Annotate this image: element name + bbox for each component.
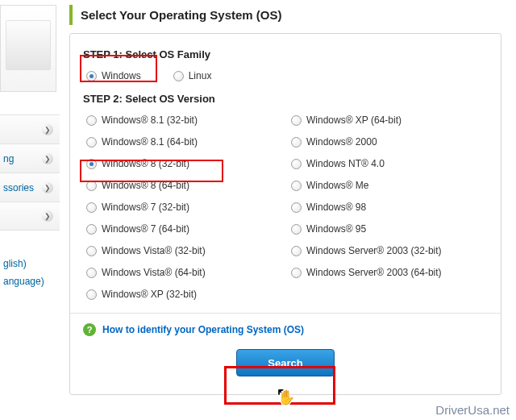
chevron-right-icon: ❯ xyxy=(42,182,53,193)
step2-title: STEP 2: Select OS Version xyxy=(83,93,488,105)
radio-label: Windows® 98 xyxy=(306,202,366,213)
radio-icon xyxy=(86,137,97,148)
radio-label: Windows Server® 2003 (64-bit) xyxy=(306,267,442,278)
chevron-right-icon: ❯ xyxy=(42,153,53,164)
radio-icon xyxy=(86,115,97,126)
sidebar-item-0[interactable]: ❯ xyxy=(0,114,60,143)
radio-icon xyxy=(291,224,302,235)
radio-label: Windows® 8.1 (64-bit) xyxy=(102,136,198,148)
radio-icon xyxy=(291,202,302,213)
radio-label: Windows® 95 xyxy=(306,223,366,235)
radio-os-version[interactable]: Windows® 7 (32-bit) xyxy=(86,202,283,213)
radio-os-version[interactable]: Windows NT® 4.0 xyxy=(291,158,488,169)
radio-os-version[interactable]: Windows® 95 xyxy=(291,223,488,235)
radio-os-version[interactable]: Windows® XP (64-bit) xyxy=(291,114,488,126)
search-button[interactable]: Search xyxy=(236,349,335,376)
radio-os-version[interactable]: Windows Vista® (32-bit) xyxy=(86,245,283,256)
radio-icon xyxy=(86,224,97,235)
radio-os-version[interactable]: Windows® Me xyxy=(291,180,488,191)
radio-os-version[interactable]: Windows® 8.1 (32-bit) xyxy=(86,114,283,126)
product-image xyxy=(0,5,56,92)
radio-label: Windows Vista® (64-bit) xyxy=(102,267,206,278)
radio-os-version[interactable]: Windows® 98 xyxy=(291,202,488,213)
os-select-panel: STEP 1: Select OS Family Windows Linux S… xyxy=(69,33,501,395)
radio-label: Windows® XP (64-bit) xyxy=(306,114,402,126)
main-content: Select Your Operating System (OS) STEP 1… xyxy=(69,0,511,395)
divider xyxy=(70,313,501,314)
radio-os-version-win8-32[interactable]: Windows® 8 (32-bit) xyxy=(86,158,283,169)
radio-icon xyxy=(86,181,97,191)
language-block: glish) anguage) xyxy=(0,255,60,290)
radio-os-version[interactable]: Windows® XP (32-bit) xyxy=(86,289,283,300)
watermark-text: DriverUsa.net xyxy=(435,403,510,417)
radio-icon xyxy=(86,159,97,169)
radio-icon xyxy=(86,289,97,300)
os-family-group: Windows Linux xyxy=(83,70,488,81)
sidebar-list: ❯ ng ❯ ssories ❯ ❯ xyxy=(0,114,60,231)
language-change-link[interactable]: anguage) xyxy=(3,272,60,290)
radio-icon xyxy=(291,181,302,191)
radio-os-version[interactable]: Windows Server® 2003 (64-bit) xyxy=(291,267,488,278)
radio-label: Windows® Me xyxy=(306,180,369,191)
sidebar-item-label: ng xyxy=(3,153,14,164)
radio-icon xyxy=(173,71,184,81)
radio-os-version[interactable]: Windows Server® 2003 (32-bit) xyxy=(291,245,488,256)
radio-icon xyxy=(291,159,302,169)
radio-icon xyxy=(86,71,97,81)
language-current: glish) xyxy=(3,255,60,272)
chevron-right-icon: ❯ xyxy=(42,124,53,135)
radio-os-version[interactable]: Windows Vista® (64-bit) xyxy=(86,267,283,278)
radio-label: Windows xyxy=(102,70,141,81)
os-version-grid: Windows® 8.1 (32-bit) Windows® XP (64-bi… xyxy=(83,114,488,300)
radio-label: Windows Vista® (32-bit) xyxy=(102,245,206,256)
radio-os-family-linux[interactable]: Linux xyxy=(173,70,212,81)
radio-os-family-windows[interactable]: Windows xyxy=(86,70,141,81)
radio-os-version[interactable]: Windows® 8 (64-bit) xyxy=(86,180,283,191)
help-row: ? How to identify your Operating System … xyxy=(83,323,488,336)
radio-label: Windows® 7 (64-bit) xyxy=(102,223,189,235)
radio-icon xyxy=(291,268,302,278)
radio-label: Windows NT® 4.0 xyxy=(306,158,385,169)
radio-icon xyxy=(86,246,97,256)
radio-label: Windows® 8.1 (32-bit) xyxy=(102,114,198,126)
radio-icon xyxy=(86,268,97,278)
radio-icon xyxy=(291,246,302,256)
radio-os-version[interactable]: Windows® 2000 xyxy=(291,136,488,148)
help-icon: ? xyxy=(83,323,96,336)
radio-icon xyxy=(291,115,302,126)
radio-label: Windows Server® 2003 (32-bit) xyxy=(306,245,442,256)
sidebar-item-1[interactable]: ng ❯ xyxy=(0,143,60,173)
radio-label: Windows® 7 (32-bit) xyxy=(102,202,189,213)
radio-os-version[interactable]: Windows® 7 (64-bit) xyxy=(86,223,283,235)
radio-label: Linux xyxy=(189,70,212,81)
sidebar-item-label: ssories xyxy=(3,182,34,193)
radio-label: Windows® XP (32-bit) xyxy=(102,289,197,300)
sidebar-partial: ❯ ng ❯ ssories ❯ ❯ glish) anguage) xyxy=(0,0,60,420)
radio-icon xyxy=(86,202,97,213)
radio-icon xyxy=(291,137,302,148)
sidebar-item-3[interactable]: ❯ xyxy=(0,202,60,231)
radio-label: Windows® 8 (32-bit) xyxy=(102,158,189,169)
sidebar-item-2[interactable]: ssories ❯ xyxy=(0,173,60,202)
page-title: Select Your Operating System (OS) xyxy=(69,5,511,25)
radio-label: Windows® 2000 xyxy=(306,136,377,148)
help-identify-os-link[interactable]: How to identify your Operating System (O… xyxy=(102,324,304,335)
printer-icon xyxy=(6,20,51,70)
radio-os-version[interactable]: Windows® 8.1 (64-bit) xyxy=(86,136,283,148)
chevron-right-icon: ❯ xyxy=(42,210,53,222)
grid-empty-cell xyxy=(291,289,488,300)
step1-title: STEP 1: Select OS Family xyxy=(83,48,488,60)
radio-label: Windows® 8 (64-bit) xyxy=(102,180,189,191)
